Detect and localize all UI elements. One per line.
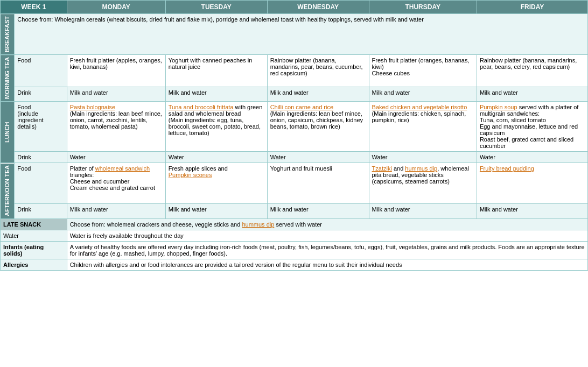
allergies-label: Allergies	[1, 259, 67, 271]
breakfast-row: BREAKFAST Choose from: Wholegrain cereal…	[1, 14, 588, 55]
tzatziki-link[interactable]: Tzatziki	[372, 165, 392, 172]
lunch-drink-label: Drink	[15, 152, 67, 163]
lunch-friday-drink: Water	[477, 152, 587, 163]
header-row: WEEK 1 MONDAY TUESDAY WEDNESDAY THURSDAY…	[1, 1, 588, 14]
lunch-tuesday-drink: Water	[165, 152, 267, 163]
tuesday-header: TUESDAY	[165, 1, 267, 14]
pasta-bolognaise-link[interactable]: Pasta bolognaise	[70, 104, 115, 110]
afternoon-tea-monday-drink: Milk and water	[67, 204, 165, 219]
lunch-wednesday-food: Chilli con carne and rice(Main ingredien…	[267, 102, 369, 152]
morning-tea-friday-drink: Milk and water	[477, 87, 587, 102]
late-snack-row: LATE SNACK Choose from: wholemeal cracke…	[1, 219, 588, 230]
afternoon-tea-friday-drink: Milk and water	[477, 204, 587, 219]
morning-tea-drink-label: Drink	[15, 87, 67, 102]
water-label: Water	[1, 230, 67, 242]
morning-tea-thursday-food: Fresh fruit platter (oranges, bananas, k…	[369, 55, 477, 87]
late-snack-text: Choose from: wholemeal crackers and chee…	[67, 219, 587, 230]
infants-row: Infants (eating solids) A variety of hea…	[1, 242, 588, 259]
pumpkin-soup-link[interactable]: Pumpkin soup	[480, 104, 517, 110]
breakfast-label: BREAKFAST	[1, 14, 15, 55]
morning-tea-drink-row: Drink Milk and water Milk and water Milk…	[1, 87, 588, 102]
lunch-thursday-food: Baked chicken and vegetable risotto(Main…	[369, 102, 477, 152]
wednesday-header: WEDNESDAY	[267, 1, 369, 14]
morning-tea-food-label: Food	[15, 55, 67, 87]
lunch-wednesday-drink: Water	[267, 152, 369, 163]
lunch-tuesday-food: Tuna and broccoli frittata with green sa…	[165, 102, 267, 152]
afternoon-tea-monday-food: Platter of wholemeal sandwich triangles:…	[67, 163, 165, 204]
hummus-dip-link-thursday[interactable]: hummus dip	[405, 165, 437, 172]
breakfast-text: Choose from: Wholegrain cereals (wheat b…	[15, 14, 588, 55]
afternoon-tea-friday-food: Fruity bread pudding	[477, 163, 587, 204]
baked-chicken-link[interactable]: Baked chicken and vegetable risotto	[372, 104, 467, 110]
thursday-header: THURSDAY	[369, 1, 477, 14]
afternoon-tea-label: AFTERNOON TEA	[1, 163, 15, 219]
lunch-monday-food: Pasta bolognaise(Main ingredients: lean …	[67, 102, 165, 152]
lunch-food-label: Food(include ingredient details)	[15, 102, 67, 152]
morning-tea-food-row: MORNING TEA Food Fresh fruit platter (ap…	[1, 55, 588, 87]
afternoon-tea-tuesday-food: Fresh apple slices andPumpkin scones	[165, 163, 267, 204]
lunch-food-row: LUNCH Food(include ingredient details) P…	[1, 102, 588, 152]
lunch-label: LUNCH	[1, 102, 15, 163]
afternoon-tea-drink-label: Drink	[15, 204, 67, 219]
afternoon-tea-thursday-food: Tzatziki and hummus dip, wholemeal pita …	[369, 163, 477, 204]
morning-tea-label: MORNING TEA	[1, 55, 15, 102]
tuna-frittata-link[interactable]: Tuna and broccoli frittata	[169, 104, 234, 110]
late-snack-pre: Choose from: wholemeal crackers and chee…	[70, 221, 242, 228]
morning-tea-thursday-drink: Milk and water	[369, 87, 477, 102]
afternoon-tea-food-label: Food	[15, 163, 67, 204]
morning-tea-monday-drink: Milk and water	[67, 87, 165, 102]
wholemeal-sandwich-link[interactable]: wholemeal sandwich	[95, 165, 150, 172]
afternoon-tea-drink-row: Drink Milk and water Milk and water Milk…	[1, 204, 588, 219]
allergies-text: Children with allergies and or food into…	[67, 259, 587, 271]
pumpkin-scones-link[interactable]: Pumpkin scones	[169, 172, 212, 178]
late-snack-post: served with water	[274, 221, 322, 228]
lunch-friday-food: Pumpkin soup served with a platter of mu…	[477, 102, 587, 152]
morning-tea-wednesday-drink: Milk and water	[267, 87, 369, 102]
afternoon-tea-food-row: AFTERNOON TEA Food Platter of wholemeal …	[1, 163, 588, 204]
lunch-drink-row: Drink Water Water Water Water Water	[1, 152, 588, 163]
friday-header: FRIDAY	[477, 1, 587, 14]
infants-label: Infants (eating solids)	[1, 242, 67, 259]
lunch-thursday-drink: Water	[369, 152, 477, 163]
water-text: Water is freely available throughout the…	[67, 230, 587, 242]
hummus-dip-link-late[interactable]: hummus dip	[242, 221, 274, 228]
afternoon-tea-wednesday-drink: Milk and water	[267, 204, 369, 219]
water-row: Water Water is freely available througho…	[1, 230, 588, 242]
morning-tea-monday-food: Fresh fruit platter (apples, oranges, ki…	[67, 55, 165, 87]
afternoon-tea-tuesday-drink: Milk and water	[165, 204, 267, 219]
morning-tea-tuesday-drink: Milk and water	[165, 87, 267, 102]
morning-tea-wednesday-food: Rainbow platter (banana, mandarins, pear…	[267, 55, 369, 87]
monday-header: MONDAY	[67, 1, 165, 14]
morning-tea-tuesday-food: Yoghurt with canned peaches in natural j…	[165, 55, 267, 87]
afternoon-tea-wednesday-food: Yoghurt and fruit muesli	[267, 163, 369, 204]
infants-text: A variety of healthy foods are offered e…	[67, 242, 587, 259]
chilli-con-carne-link[interactable]: Chilli con carne and rice	[270, 104, 333, 110]
week-label: WEEK 1	[1, 1, 67, 14]
fruity-bread-pudding-link[interactable]: Fruity bread pudding	[480, 165, 534, 172]
allergies-row: Allergies Children with allergies and or…	[1, 259, 588, 271]
meal-plan-table: WEEK 1 MONDAY TUESDAY WEDNESDAY THURSDAY…	[0, 0, 588, 271]
lunch-monday-drink: Water	[67, 152, 165, 163]
afternoon-tea-thursday-drink: Milk and water	[369, 204, 477, 219]
morning-tea-friday-food: Rainbow platter (banana, mandarins, pear…	[477, 55, 587, 87]
late-snack-label: LATE SNACK	[1, 219, 67, 230]
